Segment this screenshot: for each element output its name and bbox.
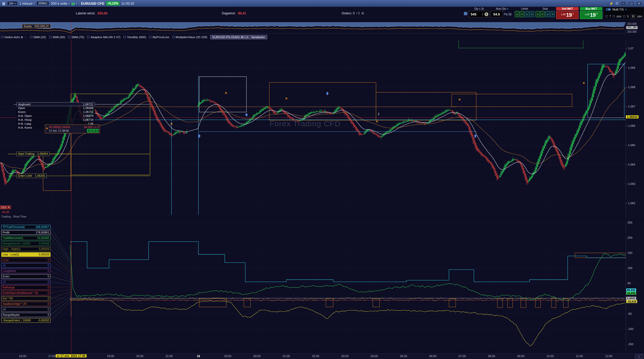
- study-row[interactable]: c80: [1, 307, 50, 312]
- dot-icon: ●: [507, 8, 508, 10]
- checkbox-t[interactable]: [606, 15, 608, 18]
- equity-axis[interactable]: 203.600203.000203.289: [626, 22, 644, 33]
- study-row[interactable]: c20: [1, 280, 50, 284]
- study-row[interactable]: -RangeEnterL / 10000-0,00032: [1, 318, 50, 323]
- panel-icons[interactable]: ▦ ─: [21, 36, 27, 38]
- order-type-button[interactable]: ▲: [535, 11, 540, 17]
- multi-ts-toggle[interactable]: [606, 8, 611, 11]
- study-row[interactable]: RangeMaybe0: [1, 313, 50, 317]
- study-row[interactable]: HasBeenHigh * 200: [1, 302, 50, 306]
- indicator-toggle[interactable]: TimeBar (600): [123, 36, 146, 39]
- study-row[interactable]: Loss0: [1, 258, 50, 262]
- study-tick: -150: [628, 343, 633, 346]
- timeframe-short-dropdown[interactable]: 1m▾: [7, 1, 18, 6]
- study-row[interactable]: TPTrailThreshold186,60957: [1, 225, 50, 229]
- enter-limit-line-label[interactable]: Enter Limit1,06341: [16, 174, 47, 178]
- equity-chart-canvas[interactable]: [0, 22, 626, 34]
- checkbox-pips[interactable]: [613, 15, 615, 18]
- price-tick: 1,07: [627, 47, 634, 50]
- svg-text:✕: ✕: [376, 120, 378, 123]
- orders-count: Orders: 0/ 0 ⚙: [342, 12, 364, 15]
- last-value-badge: -15,615: [626, 300, 637, 303]
- dot-icon: ●: [625, 8, 626, 11]
- equity-strip[interactable]: [0, 22, 626, 33]
- study-row[interactable]: TrailAfterUnderL16,60000: [1, 236, 50, 240]
- quantity-short-dropdown[interactable]: 200kU: [36, 1, 49, 6]
- price-tick: 1,064: [627, 163, 635, 166]
- price-tick: 1,065: [627, 144, 635, 147]
- indicator-toggle[interactable]: Adaptive MA (49 2 47): [87, 36, 120, 39]
- start-trailing-line-label[interactable]: Start Trailing1,06454: [16, 152, 49, 156]
- depth-grid-icon[interactable]: ▦: [462, 7, 468, 19]
- time-tick: 02:00: [312, 355, 319, 358]
- indicator-toggle[interactable]: MultiplierValue (20 100): [172, 36, 207, 39]
- checkbox-icon[interactable]: [87, 36, 89, 38]
- dollar-icon[interactable]: $: [484, 12, 488, 16]
- auto-qty-value[interactable]: 54.5: [491, 11, 503, 17]
- separator: [79, 1, 79, 5]
- gear-icon[interactable]: ⚙: [361, 12, 364, 15]
- minimize-button[interactable]: ─: [620, 1, 626, 6]
- order-type-button[interactable]: ▲: [545, 11, 550, 17]
- order-type-button[interactable]: ▼: [550, 11, 555, 17]
- checkbox-icon[interactable]: [149, 36, 151, 38]
- study-axis[interactable]: 25020015010050-50-100-15060,43116,6000,0…: [626, 222, 644, 351]
- study-row[interactable]: LongShort0: [1, 269, 50, 273]
- checkbox-icon[interactable]: [123, 36, 126, 38]
- symbol-title: EUR/USD CFD: [81, 2, 104, 5]
- printer-icon[interactable]: ⎙: [616, 1, 618, 5]
- study-row[interactable]: Profit178,00901: [1, 230, 50, 235]
- price-axis[interactable]: 1,071,0691,0681,0671,0661,0651,0641,0631…: [626, 40, 644, 218]
- study-row[interactable]: High - High[1]0,00029: [1, 247, 50, 251]
- strategy-variables-tab[interactable]: EURUSD-PS-01A01-IB-LS : Variabelen: [210, 35, 267, 39]
- checkbox-s[interactable]: [623, 15, 625, 18]
- indicator-bar: Heikin-Ashi▦ ─SMA (20)SMA (50)SMA (75)Ad…: [0, 34, 626, 40]
- checkbox-icon[interactable]: [49, 36, 52, 38]
- stepper-icon[interactable]: ▲▼: [482, 13, 483, 16]
- time-tick: 19:00: [107, 355, 114, 358]
- quantity-input[interactable]: 545 ▲▼ $: [469, 11, 489, 17]
- checkbox-icon[interactable]: [30, 36, 32, 38]
- indicator-label: Heikin-Ashi: [4, 36, 20, 39]
- maximize-button[interactable]: ▢: [628, 1, 634, 6]
- study-row[interactable]: EnterRejectNotAllowed * 650: [1, 291, 50, 295]
- quantity-dropdown[interactable]: 200 k units▾: [51, 2, 70, 5]
- study-row[interactable]: c50: [1, 263, 50, 268]
- time-axis[interactable]: 16:0017:0019:0020:0021:001923:0000:0001:…: [0, 354, 644, 359]
- study-tick: 150: [628, 251, 632, 254]
- study-row[interactable]: NoRange0: [1, 285, 50, 290]
- buy-mkt-button[interactable]: 1,08 19 3: [580, 11, 602, 19]
- close-icon[interactable]: ✕: [8, 206, 10, 209]
- indicator-toggle[interactable]: MyPriceLine: [149, 36, 169, 39]
- study-row[interactable]: Enter0: [1, 274, 50, 279]
- study-row[interactable]: RangeEnterS / 100000,00048: [1, 241, 50, 246]
- pips-value-input[interactable]: 10: [630, 14, 636, 18]
- order-type-button[interactable]: ▼: [520, 11, 524, 17]
- checkbox-icon[interactable]: [172, 36, 175, 38]
- order-type-button[interactable]: ▼: [540, 11, 545, 17]
- indicator-toggle[interactable]: SMA (75): [68, 36, 84, 39]
- indicator-toggle[interactable]: Heikin-Ashi▦ ─: [1, 36, 27, 39]
- time-tick: 05:00: [400, 355, 407, 358]
- study-panel-canvas[interactable]: [0, 222, 626, 351]
- indicator-toggle[interactable]: SMA (50): [49, 36, 65, 39]
- study-row[interactable]: Low - Low[1]0,00028: [1, 252, 50, 257]
- chart-type-dropdown[interactable]: ▮▮▾: [71, 2, 77, 5]
- buy-mkt-header: Buy MKT: [580, 7, 602, 10]
- multi-ts-panel: Multi T/S ● T pips S 10 pips: [604, 7, 644, 19]
- close-button[interactable]: ✕: [636, 1, 642, 6]
- checkbox-icon[interactable]: [1, 36, 3, 38]
- order-type-button[interactable]: ▼: [530, 11, 534, 17]
- indicator-toggle[interactable]: SMA (20): [30, 36, 46, 39]
- lightning-icon[interactable]: ⚡: [609, 2, 613, 5]
- order-type-button[interactable]: ▲: [525, 11, 529, 17]
- sell-mkt-button[interactable]: 1,08 19 1: [556, 11, 579, 19]
- scroll-right-button[interactable]: »: [635, 354, 643, 358]
- order-type-button[interactable]: ▲: [515, 11, 519, 17]
- position-tag[interactable]: 019 ✕: [0, 206, 11, 209]
- checkbox-icon[interactable]: [68, 36, 70, 38]
- study-row[interactable]: Ext * 500: [1, 296, 50, 301]
- timeframe-dropdown[interactable]: 1 minuut▾: [19, 2, 35, 5]
- equity-current-badge: 203.289: [626, 26, 637, 29]
- quote-row: AvgInvert1,06711: [16, 102, 95, 106]
